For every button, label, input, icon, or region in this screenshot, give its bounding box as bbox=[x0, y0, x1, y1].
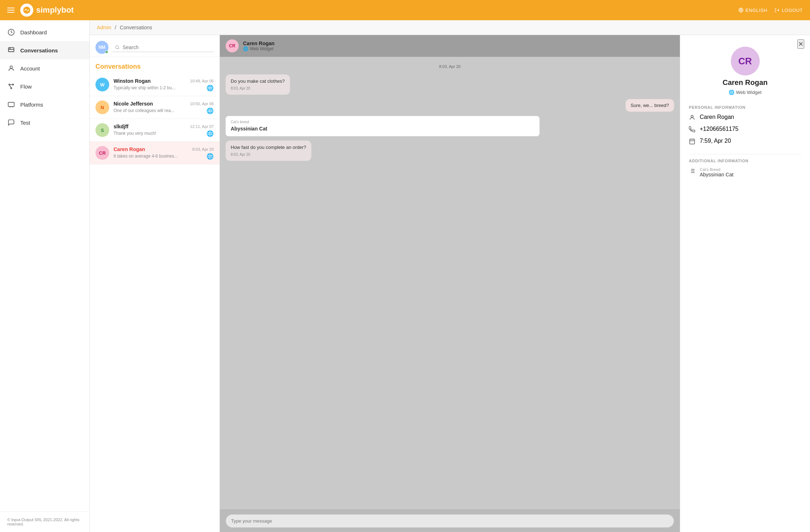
conv-avatar-n: N bbox=[95, 100, 109, 114]
profile-personal-section: PERSONAL INFORMATION Caren Rogan +120665… bbox=[680, 101, 810, 154]
svg-point-11 bbox=[12, 84, 13, 85]
chat-header: CR Caren Rogan 🌐 Web Widget bbox=[220, 35, 680, 57]
profile-platform: 🌐 Web Widget bbox=[729, 90, 762, 95]
hamburger-icon[interactable] bbox=[7, 8, 14, 13]
conv-time-winston: 10:49, Apr 06 bbox=[190, 79, 214, 83]
conv-avatar-w: W bbox=[95, 78, 109, 91]
profile-close-button[interactable]: ✕ bbox=[797, 39, 804, 49]
account-icon bbox=[7, 64, 15, 72]
sidebar-nav: Dashboard Conversations Account Flow bbox=[0, 20, 89, 511]
logout-button[interactable]: LOGOUT bbox=[775, 8, 803, 13]
breed-label: Cat's Breed bbox=[700, 167, 733, 172]
breed-value: Abyssinian Cat bbox=[700, 172, 733, 177]
conv-preview-slkdjff: Thank you very much! bbox=[114, 131, 156, 136]
conv-info-winston: Winston Rogan 10:49, Apr 06 Typically we… bbox=[114, 78, 214, 91]
msg-time-2: 8:03, Apr 20 bbox=[231, 152, 306, 157]
conversations-title: Conversations bbox=[90, 57, 219, 73]
sidebar-item-flow[interactable]: Flow bbox=[0, 77, 89, 95]
conv-name-caren: Caren Rogan bbox=[114, 146, 145, 152]
conv-preview-nicole: One of our colleagues will rea... bbox=[114, 108, 174, 113]
breadcrumb-admin[interactable]: Admin bbox=[97, 25, 111, 30]
sidebar-item-conversations[interactable]: Conversations bbox=[0, 41, 89, 59]
list-icon bbox=[689, 168, 695, 174]
profile-globe-icon: 🌐 bbox=[729, 90, 734, 95]
msg-input-field: Cat's breed Abyssinian Cat bbox=[226, 116, 540, 136]
user-avatar-nm: NM bbox=[95, 41, 108, 54]
svg-point-2 bbox=[28, 10, 29, 10]
sidebar-label-dashboard: Dashboard bbox=[20, 29, 47, 35]
conv-item-slkdjff[interactable]: S slkdjff 12:11, Apr 07 Thank you very m… bbox=[90, 119, 219, 142]
header-left: simplybot bbox=[7, 4, 74, 17]
sidebar-item-account[interactable]: Account bbox=[0, 59, 89, 77]
profile-name: Caren Rogan bbox=[722, 78, 767, 87]
chat-message-input[interactable] bbox=[226, 514, 674, 528]
conv-name-nicole: Nicole Jefferson bbox=[114, 101, 153, 107]
breadcrumb: Admin / Conversations bbox=[90, 20, 810, 35]
profile-name-value: Caren Rogan bbox=[700, 114, 734, 120]
conv-preview-winston: Typically we ship within 1-2 bu... bbox=[114, 85, 175, 90]
main-layout: Dashboard Conversations Account Flow bbox=[0, 20, 810, 532]
profile-additional-section: ADDITIONAL INFORMATION Cat's Breed Abyss… bbox=[680, 154, 810, 187]
msg-text-1: Do you make cat clothes? bbox=[231, 78, 285, 84]
test-icon bbox=[7, 119, 15, 126]
platforms-icon bbox=[7, 100, 15, 108]
sidebar: Dashboard Conversations Account Flow bbox=[0, 20, 90, 532]
chat-input-area bbox=[220, 510, 680, 532]
conv-time-caren: 8:03, Apr 20 bbox=[192, 147, 214, 151]
msg-incoming-1: Do you make cat clothes? 8:03, Apr 20 bbox=[226, 74, 290, 95]
conversations-panel: NM Conversations W Winst bbox=[90, 35, 220, 532]
sidebar-footer: © Input-Output SRL 2021-2022. All rights… bbox=[0, 511, 89, 532]
svg-point-18 bbox=[116, 46, 119, 49]
svg-point-12 bbox=[10, 87, 12, 89]
field-value: Abyssinian Cat bbox=[231, 125, 534, 133]
calendar-icon bbox=[689, 138, 695, 145]
sidebar-item-test[interactable]: Test bbox=[0, 113, 89, 132]
msg-text-2: How fast do you complete an order? bbox=[231, 145, 306, 150]
additional-info-title: ADDITIONAL INFORMATION bbox=[689, 159, 801, 163]
sidebar-label-platforms: Platforms bbox=[20, 102, 43, 108]
profile-avatar: CR bbox=[731, 47, 760, 76]
dashboard-icon bbox=[7, 28, 15, 36]
platform-icon-slkdjff: 🌐 bbox=[206, 130, 214, 137]
profile-top: CR Caren Rogan 🌐 Web Widget bbox=[680, 35, 810, 101]
sidebar-item-platforms[interactable]: Platforms bbox=[0, 95, 89, 113]
svg-rect-21 bbox=[690, 139, 695, 144]
msg-incoming-2: How fast do you complete an order? 8:03,… bbox=[226, 141, 311, 161]
search-input[interactable] bbox=[123, 44, 211, 50]
sidebar-label-flow: Flow bbox=[20, 83, 32, 90]
conv-item-nicole[interactable]: N Nicole Jefferson 10:50, Apr 06 One of … bbox=[90, 96, 219, 119]
sidebar-label-account: Account bbox=[20, 65, 40, 72]
search-icon bbox=[115, 45, 120, 50]
svg-point-1 bbox=[25, 10, 25, 10]
logo: simplybot bbox=[20, 4, 74, 17]
platform-icon-nicole: 🌐 bbox=[206, 107, 214, 114]
msg-time-1: 8:03, Apr 20 bbox=[231, 86, 285, 91]
profile-field-date: 7:59, Apr 20 bbox=[689, 138, 801, 145]
search-box bbox=[112, 43, 214, 52]
conv-avatar-cr: CR bbox=[95, 146, 109, 160]
logo-text: simplybot bbox=[36, 5, 74, 15]
msg-timestamp-1: 8:03, Apr 20 bbox=[226, 64, 674, 69]
header-right: ENGLISH LOGOUT bbox=[738, 8, 803, 13]
svg-rect-6 bbox=[9, 48, 14, 52]
conv-name-winston: Winston Rogan bbox=[114, 78, 151, 84]
conv-info-caren: Caren Rogan 8:03, Apr 20 It takes on ave… bbox=[114, 146, 214, 160]
chat-user-name: Caren Rogan bbox=[243, 40, 274, 46]
chat-panel: CR Caren Rogan 🌐 Web Widget 8:03, Apr 20… bbox=[220, 35, 680, 532]
conv-item-caren[interactable]: CR Caren Rogan 8:03, Apr 20 It takes on … bbox=[90, 142, 219, 164]
conv-item-winston[interactable]: W Winston Rogan 10:49, Apr 06 Typically … bbox=[90, 73, 219, 96]
language-button[interactable]: ENGLISH bbox=[738, 8, 768, 13]
logo-icon bbox=[20, 4, 33, 17]
conv-time-slkdjff: 12:11, Apr 07 bbox=[190, 124, 214, 129]
content-area: NM Conversations W Winst bbox=[90, 35, 810, 532]
profile-phone-value: +12066561175 bbox=[700, 126, 738, 132]
sidebar-label-conversations: Conversations bbox=[20, 47, 58, 53]
svg-line-19 bbox=[118, 48, 119, 49]
conv-time-nicole: 10:50, Apr 06 bbox=[190, 102, 214, 106]
sidebar-item-dashboard[interactable]: Dashboard bbox=[0, 23, 89, 41]
conversations-list: W Winston Rogan 10:49, Apr 06 Typically … bbox=[90, 73, 219, 532]
chat-messages: 8:03, Apr 20 Do you make cat clothes? 8:… bbox=[220, 57, 680, 510]
breadcrumb-current: Conversations bbox=[120, 25, 152, 30]
chat-user-platform: 🌐 Web Widget bbox=[243, 46, 274, 51]
platform-icon-caren: 🌐 bbox=[206, 153, 214, 160]
